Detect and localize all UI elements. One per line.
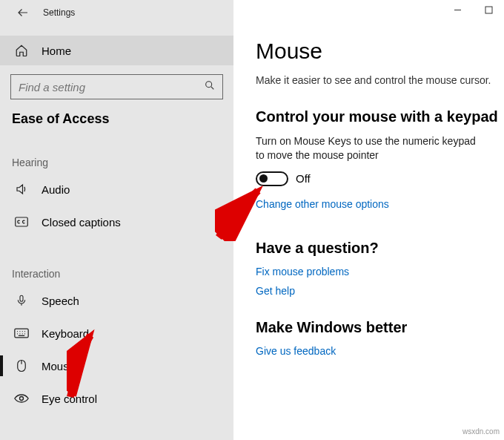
keyboard-icon: [13, 328, 30, 338]
link-get-help[interactable]: Get help: [256, 285, 504, 297]
watermark: wsxdn.com: [462, 427, 500, 436]
link-feedback[interactable]: Give us feedback: [256, 345, 504, 357]
section-question: Have a question?: [256, 240, 504, 257]
section-feedback: Make Windows better: [256, 319, 504, 336]
page-subtitle: Make it easier to see and control the mo…: [256, 74, 504, 86]
svg-rect-6: [485, 7, 492, 13]
back-button[interactable]: [10, 1, 36, 24]
search-icon: [204, 79, 216, 93]
svg-point-0: [206, 82, 212, 88]
nav-home-label: Home: [42, 45, 71, 57]
window-title: Settings: [43, 7, 75, 18]
home-icon: [15, 44, 33, 57]
mic-icon: [13, 294, 30, 307]
maximize-button[interactable]: [473, 0, 504, 19]
mouse-keys-desc: Turn on Mouse Keys to use the numeric ke…: [256, 134, 485, 162]
nav-item-label: Closed captions: [42, 216, 121, 229]
nav-item-audio[interactable]: Audio: [0, 173, 233, 206]
nav-item-label: Mouse: [42, 360, 75, 372]
eye-icon: [13, 393, 30, 404]
mouse-icon: [13, 359, 30, 372]
audio-icon: [13, 183, 30, 196]
group-interaction: Interaction: [0, 238, 233, 284]
nav-item-mouse[interactable]: Mouse: [0, 349, 233, 382]
svg-point-5: [20, 397, 24, 401]
link-fix-mouse[interactable]: Fix mouse problems: [256, 266, 504, 278]
nav-item-label: Eye control: [42, 393, 97, 405]
section-mouse-keypad: Control your mouse with a keypad: [256, 108, 504, 125]
search-input[interactable]: [10, 74, 223, 99]
cc-icon: [13, 217, 30, 227]
group-hearing: Hearing: [0, 127, 233, 173]
nav-home[interactable]: Home: [0, 36, 233, 65]
link-other-mouse-options[interactable]: Change other mouse options: [256, 198, 504, 210]
nav-item-eye-control[interactable]: Eye control: [0, 382, 233, 415]
nav-item-speech[interactable]: Speech: [0, 284, 233, 317]
toggle-state-label: Off: [296, 172, 311, 185]
nav-item-keyboard[interactable]: Keyboard: [0, 317, 233, 349]
mouse-keys-toggle[interactable]: [256, 171, 288, 186]
svg-rect-3: [15, 329, 28, 338]
category-heading: Ease of Access: [0, 99, 233, 127]
page-title: Mouse: [256, 39, 504, 64]
nav-item-closed-captions[interactable]: Closed captions: [0, 206, 233, 238]
minimize-button[interactable]: [442, 0, 473, 19]
nav-item-label: Audio: [42, 183, 70, 196]
svg-rect-2: [20, 295, 23, 301]
nav-item-label: Keyboard: [42, 327, 89, 340]
nav-item-label: Speech: [42, 295, 79, 307]
toggle-knob: [259, 174, 268, 183]
